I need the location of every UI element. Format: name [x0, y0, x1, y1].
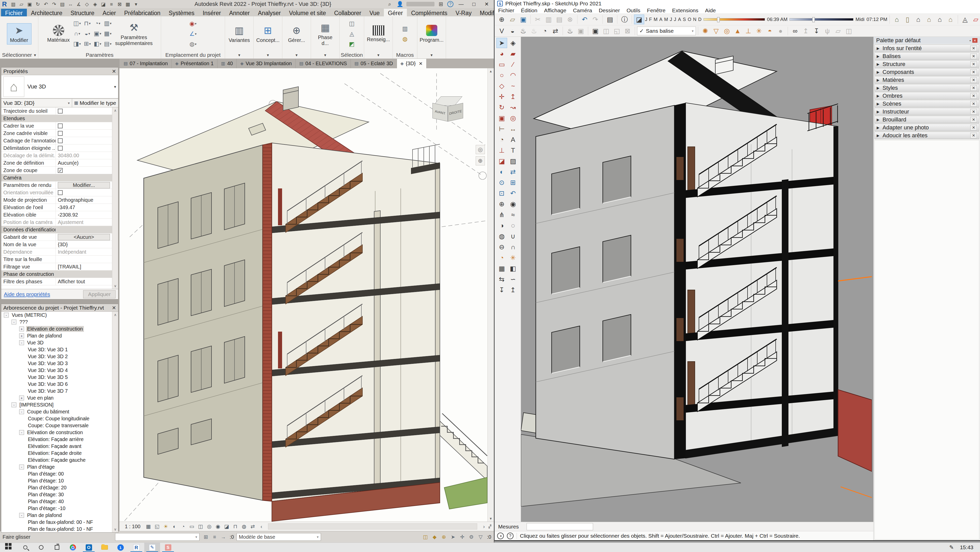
close-panel-icon[interactable]: ✕: [970, 69, 977, 75]
05 - Eclaté 3D[interactable]: ▤ 05 - Eclaté 3D ✕: [351, 59, 397, 68]
stamp-tool[interactable]: ◧: [508, 263, 519, 274]
sync-icon[interactable]: ↻: [34, 1, 42, 7]
concept-button[interactable]: ⊞Concept...: [256, 24, 280, 44]
project-info-icon[interactable]: ◔▾: [93, 19, 102, 28]
design-option-combo[interactable]: ▾: [115, 533, 199, 541]
snaps-icon[interactable]: ⊓▾: [83, 19, 92, 28]
Filtrage vue[interactable]: Filtrage vue [TRAVAIL]: [1, 263, 112, 270]
shadows-icon[interactable]: ◐: [170, 523, 178, 530]
tree-item[interactable]: Elévation: Façade droite: [1, 450, 112, 457]
open-icon[interactable]: ▱: [18, 1, 25, 7]
cortana-button[interactable]: [33, 543, 49, 552]
switch-windows-icon[interactable]: ▦: [124, 1, 132, 7]
vray-clipper-icon[interactable]: ▱: [833, 26, 843, 36]
Etendues[interactable]: Etendues: [1, 115, 112, 122]
links-icon[interactable]: ⊕: [440, 533, 447, 541]
tree-item[interactable]: Plan de faux-plafond: 00 - NF: [1, 519, 112, 526]
sketchup-taskbar-icon[interactable]: ✎: [144, 543, 160, 552]
location-icon[interactable]: ◉▾: [189, 19, 197, 28]
instance-name[interactable]: Vue 3D: {3D}: [1, 100, 68, 106]
phases-button[interactable]: ▦Phase d...: [313, 21, 337, 47]
look-around-tool[interactable]: ◉: [508, 199, 519, 209]
tree-item[interactable]: - Vues (METRIC): [1, 312, 112, 318]
V-Ray[interactable]: V-Ray: [451, 9, 476, 16]
Édition[interactable]: Édition: [521, 7, 537, 14]
Compléments[interactable]: Compléments: [407, 9, 451, 16]
sun-path-icon[interactable]: ☀: [162, 523, 170, 530]
section-plane-tool[interactable]: ◪: [496, 156, 507, 166]
Adoucir les arêtes[interactable]: ▶ Adoucir les arêtes ✕: [874, 132, 979, 139]
print-icon[interactable]: ▤: [605, 14, 615, 24]
camera-back-icon[interactable]: ⌂: [945, 14, 956, 24]
export-tool[interactable]: ↥: [508, 285, 519, 295]
inquiry-button[interactable]: Renseig...: [366, 24, 391, 43]
drag-on-selection-icon[interactable]: ✛: [458, 533, 466, 541]
viewcube[interactable]: AVANT DROITE: [433, 96, 463, 127]
sketchup-3d-canvas[interactable]: [521, 37, 873, 522]
tree-item[interactable]: - [IMPRESSION]: [1, 401, 112, 408]
Zone cadrée visible[interactable]: Zone cadrée visible: [1, 130, 112, 137]
camera-building-icon[interactable]: ▯: [902, 14, 913, 24]
paste-icon[interactable]: ▤: [554, 14, 565, 24]
vray-cloud-icon[interactable]: ◔: [539, 26, 550, 36]
geolocation-icon[interactable]: ◑: [497, 533, 504, 539]
filter-icon[interactable]: ▽: [477, 533, 484, 541]
Position de la caméra[interactable]: Position de la caméra Ajustement: [1, 219, 112, 226]
close-panel-icon[interactable]: ✕: [970, 117, 977, 122]
Gabarit de vue[interactable]: Gabarit de vue <Aucun>: [1, 234, 112, 241]
start-button[interactable]: [2, 543, 18, 552]
variants-button[interactable]: ▥Variantes: [228, 24, 251, 44]
Nom de la vue[interactable]: Nom de la vue {3D}: [1, 241, 112, 248]
position-icon[interactable]: ◍▾: [189, 40, 197, 49]
push-pull-tool[interactable]: ↥: [508, 92, 519, 102]
clock[interactable]: 15:43: [960, 544, 974, 550]
measurements-input[interactable]: [527, 523, 593, 530]
vray-point-light-icon[interactable]: ⊥: [743, 26, 753, 36]
task-view-button[interactable]: [49, 543, 65, 552]
zoom-extents-tool[interactable]: ⊡: [496, 188, 507, 199]
Collaborer[interactable]: Collaborer: [330, 9, 365, 16]
offset-tool[interactable]: ◎: [508, 113, 519, 123]
move-tool[interactable]: ✛: [496, 92, 507, 102]
tree-item[interactable]: Vue 3D: Vue 3D 3: [1, 360, 112, 367]
vray-omni-light-icon[interactable]: ✳: [754, 26, 764, 36]
workset-edit-icon[interactable]: ⊞: [202, 533, 210, 541]
zoom-tool[interactable]: ⊙: [496, 177, 507, 188]
edit-type-button[interactable]: ▦Modifier le type: [72, 99, 118, 107]
solid-union-tool[interactable]: ∪: [508, 231, 519, 241]
worksharing-icon[interactable]: ◍: [240, 523, 248, 530]
tree-item[interactable]: Plan d'ét3age: 20: [1, 484, 112, 491]
object-styles-icon[interactable]: ◫▾: [73, 19, 81, 28]
tree-item[interactable]: Elévation: Façade gauche: [1, 457, 112, 463]
units-icon[interactable]: ▦▾: [103, 29, 112, 38]
panel-caption-macros[interactable]: Macros: [393, 51, 417, 59]
close-panel-icon[interactable]: ✕: [970, 133, 977, 138]
vray-sphere-light-icon[interactable]: ●: [775, 26, 786, 36]
structural-settings-icon[interactable]: ◨▾: [73, 40, 81, 48]
walk-tool[interactable]: ⋔: [496, 210, 507, 220]
Cadrage de l'annotation[interactable]: Cadrage de l'annotation: [1, 137, 112, 145]
Ombres[interactable]: ▶ Ombres ✕: [874, 92, 979, 99]
tag-icon[interactable]: ◇: [83, 1, 91, 7]
schemas-icon[interactable]: ▤▾: [103, 40, 112, 48]
customize-qat-icon[interactable]: ▾: [132, 1, 140, 7]
modify-button[interactable]: ➤ Modifier: [7, 23, 32, 45]
Mode de projection[interactable]: Mode de projection Orthographique: [1, 196, 112, 204]
tree-item[interactable]: + Elévation de construction: [1, 326, 112, 332]
follow-me-tool[interactable]: ↝: [508, 102, 519, 113]
tag-combo[interactable]: ✓ Sans balise ▾: [637, 27, 696, 35]
40[interactable]: ▥ 40 ✕: [217, 59, 237, 68]
Instructeur[interactable]: ▶ Instructeur ✕: [874, 108, 979, 115]
shadow-toggle-icon[interactable]: ◪: [634, 14, 644, 24]
type-selector[interactable]: ⌂ Vue 3D ▾: [1, 75, 118, 99]
chevron-down-icon[interactable]: ▾: [114, 84, 116, 89]
Cadrer la vue[interactable]: Cadrer la vue: [1, 122, 112, 130]
list-icon[interactable]: ≡: [211, 533, 218, 541]
Affichage[interactable]: Affichage: [544, 7, 566, 14]
close-icon[interactable]: ✕: [112, 68, 116, 75]
new-icon[interactable]: ⊕: [496, 14, 507, 24]
gear-icon[interactable]: ⚙: [468, 533, 475, 541]
text-tool[interactable]: A: [508, 135, 519, 145]
tree-expander[interactable]: +: [19, 333, 24, 338]
Matières[interactable]: ▶ Matières ✕: [874, 76, 979, 84]
